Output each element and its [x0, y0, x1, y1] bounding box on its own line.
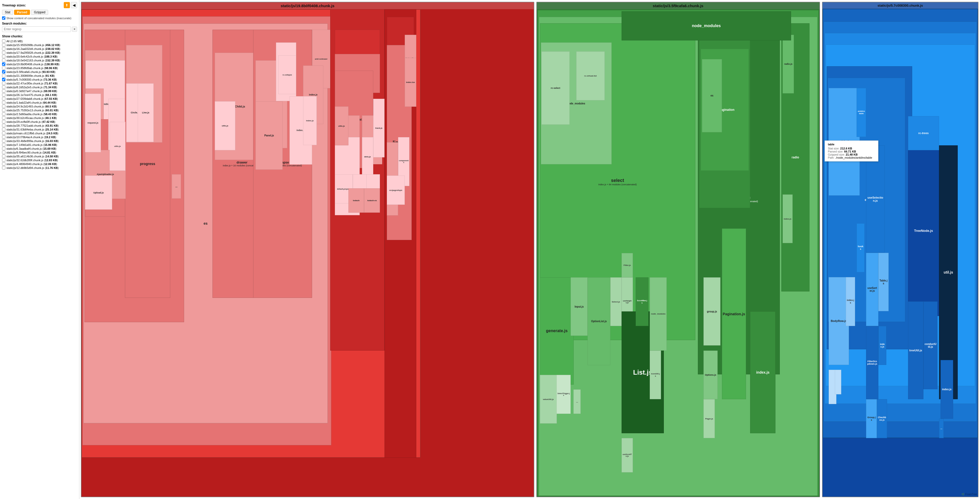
tm-block[interactable]: index.js	[303, 96, 317, 145]
chunk-checkbox-16[interactable]	[2, 101, 5, 104]
chunk-checkbox-17[interactable]	[2, 105, 5, 108]
chunk-checkbox-19[interactable]	[2, 112, 5, 116]
tm-block[interactable]: TreeNode.js	[908, 145, 939, 316]
tm-block[interactable]: OptionList.js	[587, 277, 610, 365]
tm-block[interactable]: radio.js	[783, 35, 794, 94]
search-clear-button[interactable]: ×	[72, 27, 77, 32]
tm-block[interactable]: useSorter.js	[866, 253, 879, 326]
tm-block[interactable]: lodash	[348, 188, 364, 213]
chunk-checkbox-8[interactable]	[2, 70, 5, 73]
tm-block[interactable]: ...	[172, 174, 181, 199]
tm-block[interactable]: rc-trees	[908, 116, 939, 150]
chunk-label-31[interactable]: static/js/32.62db289f.chunk.js (12.83 KB…	[6, 159, 58, 162]
tm-block[interactable]: valueUtil.js	[540, 375, 557, 424]
chunk-label-1[interactable]: static/js/15.9555098b.chunk.js (456.12 K…	[6, 43, 60, 46]
chunk-label-28[interactable]: static/js/6.3aadbaf4.chunk.js (15.69 KB)	[6, 147, 56, 150]
chunk-label-29[interactable]: static/js/9.f94bec90.chunk.js (14.81 KB)	[6, 151, 56, 154]
tm-block[interactable]: SelectTrigger.js	[557, 375, 571, 414]
chunk-label-2[interactable]: static/js/16.2aa032d4.chunk.js (238.02 K…	[6, 47, 60, 51]
tm-block[interactable]: Options.js	[703, 351, 718, 399]
tm-block[interactable]: conductUtil.js	[923, 302, 937, 389]
tm-block[interactable]: Pagination.js	[722, 229, 746, 399]
chunk-checkbox-32[interactable]	[2, 162, 5, 165]
tm-block[interactable]: index.js	[940, 360, 953, 419]
chunk-checkbox-33[interactable]	[2, 166, 5, 169]
chunk-label-14[interactable]: static/js/26.1e7ee475.chunk.js (68.1 KB)	[6, 94, 57, 97]
tm-block[interactable]: index.js	[750, 311, 775, 433]
chunk-checkbox-14[interactable]	[2, 93, 5, 97]
chunk-checkbox-10[interactable]	[2, 78, 5, 81]
collapse-icon[interactable]: ◀	[71, 2, 77, 8]
chunk-label-18[interactable]: static/js/25.75392e13.chunk.js (60.01 KB…	[6, 109, 59, 112]
chunk-checkbox-9[interactable]	[2, 74, 5, 77]
chunk-label-17[interactable]: static/js/24.9c2d1493.chunk.js (60.5 KB)	[6, 105, 57, 108]
chunk-label-22[interactable]: static/js/28.77521add.chunk.js (43.91 KB…	[6, 124, 59, 127]
tm-block[interactable]: dots.js	[362, 137, 373, 176]
chunk-checkbox-27[interactable]	[2, 143, 5, 146]
chunk-label-3[interactable]: static/js/17.9a295828.chunk.js (222.39 K…	[6, 51, 60, 54]
tm-block[interactable]: rc-virtual-list	[576, 51, 605, 100]
tm-block[interactable]: treeUtil.js	[908, 302, 924, 399]
tm-block[interactable]: ...	[573, 389, 581, 414]
chunk-checkbox-21[interactable]	[2, 120, 5, 123]
chunk-label-26[interactable]: static/js/33.4b8e899a.chunk.js (16.03 KB…	[6, 140, 59, 143]
chunk-checkbox-3[interactable]	[2, 51, 5, 54]
chunk-label-21[interactable]: static/js/29.ecffa5ff.chunk.js (47.42 KB…	[6, 120, 55, 123]
chunk-label-11[interactable]: static/js/22.47ce3f0e.chunk.js (71.67 KB…	[6, 82, 58, 85]
chunk-label-24[interactable]: static/js/main.c611ffb6.chunk.js (24.5 K…	[6, 132, 58, 135]
chunk-checkbox-31[interactable]	[2, 158, 5, 162]
chunk-checkbox-28[interactable]	[2, 147, 5, 150]
chunk-checkbox-15[interactable]	[2, 97, 5, 100]
tm-block[interactable]: rc-select	[541, 51, 570, 125]
chunk-checkbox-18[interactable]	[2, 108, 5, 112]
chunk-label-20[interactable]: static/js/30.b2c45caa.chunk.js (48.1 KB)	[6, 116, 57, 119]
tm-block[interactable]: Select.js	[610, 277, 622, 326]
concat-modules-checkbox[interactable]	[2, 16, 5, 20]
chunk-label-5[interactable]: static/js/18.0e542163.chunk.js (152.39 K…	[6, 59, 60, 62]
expand-icon[interactable]: ⬆	[64, 2, 70, 8]
chunk-label-19[interactable]: static/js/2.5d60aa9a.chunk.js (58.43 KB)	[6, 113, 57, 116]
tm-block[interactable]: Pager.js	[703, 399, 715, 438]
chunk-label-32[interactable]: static/js/4.48064940.chunk.js (12.06 KB)	[6, 162, 57, 165]
chunk-checkbox-22[interactable]	[2, 124, 5, 127]
gzipped-button[interactable]: Gzipped	[31, 10, 48, 15]
chunk-checkbox-2[interactable]	[2, 47, 5, 51]
chunk-label-25[interactable]: static/js/10.f78b4ac4.chunk.js (19.2 KB)	[6, 136, 56, 139]
chunk-checkbox-0[interactable]	[2, 40, 5, 43]
chunk-checkbox-20[interactable]	[2, 116, 5, 119]
tm-block[interactable]: group.js	[703, 277, 721, 346]
tm-block[interactable]: ...	[939, 419, 943, 438]
chunk-checkbox-1[interactable]	[2, 43, 5, 46]
chunk-checkbox-23[interactable]	[2, 128, 5, 131]
tm-block[interactable]: utils.js	[110, 122, 126, 171]
chunk-checkbox-24[interactable]	[2, 132, 5, 135]
tm-block[interactable]: utils.js	[215, 101, 235, 150]
chunk-checkbox-7[interactable]	[2, 66, 5, 70]
tm-block[interactable]: antd/es table	[857, 88, 866, 137]
chunk-checkbox-25[interactable]	[2, 135, 5, 139]
chunk-checkbox-5[interactable]	[2, 59, 5, 62]
chunk-checkbox-6[interactable]	[2, 62, 5, 66]
tm-block[interactable]: node_modules	[650, 277, 667, 351]
tm-block[interactable]: Upload.js	[85, 176, 112, 210]
chunk-checkbox-26[interactable]	[2, 139, 5, 143]
chunk-checkbox-4[interactable]	[2, 55, 5, 58]
tm-block[interactable]: utils.js	[335, 106, 348, 145]
tm-block[interactable]: Line.js	[138, 83, 154, 142]
chunk-checkbox-13[interactable]	[2, 89, 5, 93]
parsed-button[interactable]: Parsed	[14, 10, 30, 15]
chunk-checkbox-30[interactable]	[2, 154, 5, 158]
tm-block[interactable]: es	[702, 59, 722, 132]
chunk-label-15[interactable]: static/js/27.f209dab8.chunk.js (67.55 KB…	[6, 97, 58, 100]
chunk-label-30[interactable]: static/js/35.a6114b36.chunk.js (14.58 KB…	[6, 155, 59, 158]
tm-block[interactable]: rc-collapse	[278, 55, 296, 94]
chunk-label-9[interactable]: static/js/21.3008699e.chunk.js (91 KB)	[6, 74, 55, 77]
tm-block[interactable]: index.tsx	[405, 58, 416, 107]
chunk-label-10[interactable]: static/js/5.7c008300.chunk.js (73.36 KB)	[6, 78, 57, 81]
search-input[interactable]	[2, 26, 71, 32]
tm-block[interactable]: iconUtil.js	[650, 351, 661, 399]
tm-block[interactable]: Panel.js	[256, 101, 283, 170]
stat-button[interactable]: Stat	[2, 10, 13, 15]
tm-block[interactable]: Group.js	[866, 399, 877, 439]
chunk-label-0[interactable]: All (2.65 MB)	[6, 40, 23, 43]
